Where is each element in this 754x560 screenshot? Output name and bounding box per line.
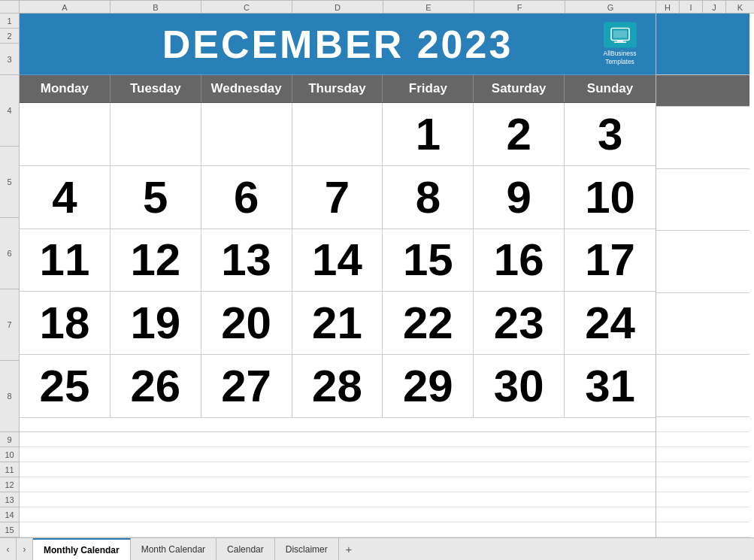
- day-cell-10: 10: [565, 166, 656, 229]
- day-cell-24: 24: [565, 292, 656, 354]
- brand-name: AllBusiness Templates: [592, 50, 648, 66]
- col-k-header[interactable]: K: [726, 1, 754, 13]
- day-cell-22: 22: [383, 292, 474, 354]
- brand-icon: [604, 22, 637, 47]
- col-e-header[interactable]: E: [383, 1, 474, 13]
- week-row-3: 11 12 13 14 15 16 17: [20, 229, 656, 292]
- day-header-sunday: Sunday: [565, 75, 656, 102]
- day-cell-5: 5: [111, 166, 201, 229]
- day-cell-29: 29: [383, 355, 474, 417]
- row-8-num: 8: [0, 361, 19, 432]
- day-cell-13: 13: [201, 229, 292, 292]
- brand-logo: AllBusiness Templates: [592, 22, 648, 66]
- day-cell-25: 25: [20, 355, 111, 417]
- spreadsheet-wrapper: A B C D E F G H I J K 1 2 3 4: [0, 0, 754, 537]
- day-headers: Monday Tuesday Wednesday Thursday Friday…: [20, 75, 656, 103]
- day-cell-26: 26: [111, 355, 201, 417]
- day-cell-20: 20: [201, 292, 292, 354]
- day-cell-18: 18: [20, 292, 111, 354]
- calendar-grid: 1 2 3 4 5 6 7 8 9 10: [20, 103, 656, 417]
- tab-calendar[interactable]: Calendar: [217, 538, 275, 560]
- day-cell-31: 31: [565, 355, 656, 417]
- row-5-num: 5: [0, 147, 19, 218]
- tab-bar: ‹ › Monthly Calendar Month Calendar Cale…: [0, 537, 754, 560]
- col-h-header[interactable]: H: [656, 1, 680, 13]
- day-cell-empty-4: [292, 103, 383, 165]
- day-cell-19: 19: [111, 292, 201, 354]
- nav-next-button[interactable]: ›: [17, 538, 33, 560]
- week-row-2: 4 5 6 7 8 9 10: [20, 166, 656, 229]
- svg-rect-2: [617, 40, 623, 41]
- day-cell-12: 12: [111, 229, 201, 292]
- week-row-1: 1 2 3: [20, 103, 656, 166]
- day-cell-11: 11: [20, 229, 111, 292]
- row-11-num: 11: [0, 462, 19, 477]
- svg-rect-3: [614, 41, 626, 43]
- col-d-header[interactable]: D: [292, 1, 383, 13]
- day-cell-3: 3: [565, 103, 656, 165]
- svg-rect-1: [613, 30, 627, 38]
- empty-rows-below: [20, 417, 656, 537]
- row-15-num: 15: [0, 522, 19, 537]
- day-cell-30: 30: [474, 355, 565, 417]
- day-cell-15: 15: [383, 229, 474, 292]
- row-1-num: 1: [0, 14, 19, 29]
- row-2-num: 2: [0, 29, 19, 44]
- day-cell-1: 1: [383, 103, 474, 165]
- tab-month-calendar[interactable]: Month Calendar: [131, 538, 217, 560]
- row-13-num: 13: [0, 492, 19, 507]
- col-c-header[interactable]: C: [201, 1, 292, 13]
- day-cell-2: 2: [474, 103, 565, 165]
- day-cell-empty-2: [111, 103, 201, 165]
- col-a-header[interactable]: A: [20, 1, 111, 13]
- main-content: 1 2 3 4 5 6 7 8 9 10 11 12 13: [0, 14, 754, 537]
- row-7-num: 7: [0, 289, 19, 361]
- col-j-header[interactable]: J: [703, 1, 726, 13]
- day-cell-9: 9: [474, 166, 565, 229]
- day-cell-8: 8: [383, 166, 474, 229]
- row-num-corner: [0, 1, 20, 13]
- day-header-tuesday: Tuesday: [111, 75, 201, 102]
- col-b-header[interactable]: B: [111, 1, 201, 13]
- day-cell-27: 27: [201, 355, 292, 417]
- day-header-friday: Friday: [383, 75, 474, 102]
- tab-monthly-calendar[interactable]: Monthly Calendar: [33, 538, 131, 560]
- day-cell-28: 28: [292, 355, 383, 417]
- add-tab-button[interactable]: +: [339, 538, 359, 560]
- day-header-wednesday: Wednesday: [201, 75, 292, 102]
- day-header-thursday: Thursday: [292, 75, 383, 102]
- calendar-title-row: DECEMBER 2023 AllBusiness Templates: [20, 14, 656, 75]
- col-g-header[interactable]: G: [565, 1, 656, 13]
- row-10-num: 10: [0, 447, 19, 462]
- row-14-num: 14: [0, 507, 19, 522]
- week-row-5: 25 26 27 28 29 30 31: [20, 355, 656, 417]
- day-cell-6: 6: [201, 166, 292, 229]
- day-cell-empty-3: [201, 103, 292, 165]
- tab-disclaimer[interactable]: Disclaimer: [275, 538, 339, 560]
- row-6-num: 6: [0, 218, 19, 289]
- col-i-header[interactable]: I: [680, 1, 703, 13]
- day-header-monday: Monday: [20, 75, 111, 102]
- calendar-title: DECEMBER 2023: [162, 22, 513, 67]
- nav-prev-button[interactable]: ‹: [0, 538, 17, 560]
- day-header-saturday: Saturday: [474, 75, 565, 102]
- day-cell-empty-1: [20, 103, 111, 165]
- day-cell-16: 16: [474, 229, 565, 292]
- row-3-num: 3: [0, 44, 19, 75]
- calendar-area: DECEMBER 2023 AllBusiness Templates: [20, 14, 656, 537]
- day-cell-17: 17: [565, 229, 656, 292]
- row-9-num: 9: [0, 432, 19, 447]
- row-12-num: 12: [0, 477, 19, 492]
- day-cell-23: 23: [474, 292, 565, 354]
- col-headers-row: A B C D E F G H I J K: [0, 0, 754, 14]
- col-f-header[interactable]: F: [474, 1, 565, 13]
- row-4-num: 4: [0, 75, 19, 147]
- day-cell-21: 21: [292, 292, 383, 354]
- day-cell-14: 14: [292, 229, 383, 292]
- day-cell-4: 4: [20, 166, 111, 229]
- row-numbers: 1 2 3 4 5 6 7 8 9 10 11 12 13: [0, 14, 20, 537]
- week-row-4: 18 19 20 21 22 23 24: [20, 292, 656, 355]
- day-cell-7: 7: [292, 166, 383, 229]
- right-panel: [656, 14, 749, 537]
